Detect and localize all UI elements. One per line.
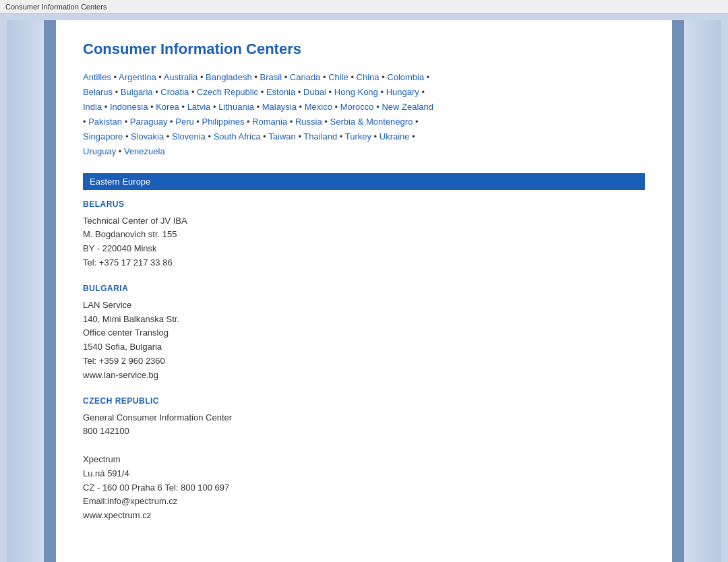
link-korea[interactable]: Korea xyxy=(156,102,179,112)
sep: • xyxy=(210,102,218,112)
link-venezuela[interactable]: Venezuela xyxy=(124,146,165,156)
sep: • xyxy=(153,87,161,97)
link-estonia[interactable]: Estonia xyxy=(266,87,295,97)
sep: • xyxy=(296,131,304,142)
title-bar-text: Consumer Information Centers xyxy=(5,3,107,11)
link-pakistan[interactable]: Pakistan xyxy=(88,117,122,127)
link-hong-kong[interactable]: Hong Kong xyxy=(334,87,378,97)
country-info-bulgaria: LAN Service 140, Mimi Balkanska Str. Off… xyxy=(83,299,645,383)
sep: • xyxy=(189,87,197,97)
link-bulgaria[interactable]: Bulgaria xyxy=(121,87,153,97)
link-singapore[interactable]: Singapore xyxy=(83,131,123,142)
country-block-belarus: BELARUS Technical Center of JV IBA M. Bo… xyxy=(83,199,645,270)
country-heading-czech: CZECH REPUBLIC xyxy=(83,396,645,406)
link-colombia[interactable]: Colombia xyxy=(387,72,424,82)
sep: • xyxy=(332,102,340,112)
link-croatia[interactable]: Croatia xyxy=(160,87,189,97)
main-layout: Consumer Information Centers Antilles • … xyxy=(0,13,728,562)
link-antilles[interactable]: Antilles xyxy=(83,72,111,82)
sep: • xyxy=(194,117,202,127)
country-heading-belarus: BELARUS xyxy=(83,199,645,209)
link-indonesia[interactable]: Indonesia xyxy=(110,102,148,112)
sep: • xyxy=(295,87,303,97)
link-argentina[interactable]: Argentina xyxy=(119,72,156,82)
link-chile[interactable]: Chile xyxy=(328,72,348,82)
link-mexico[interactable]: Mexico xyxy=(305,102,332,112)
section-header: Eastern Europe xyxy=(83,173,645,190)
inner-sidebar-right xyxy=(672,20,684,562)
link-australia[interactable]: Australia xyxy=(164,72,198,82)
link-thailand[interactable]: Thailand xyxy=(303,131,337,142)
sep: • xyxy=(374,102,382,112)
link-canada[interactable]: Canada xyxy=(290,72,321,82)
sep: • xyxy=(164,131,172,142)
country-block-bulgaria: BULGARIA LAN Service 140, Mimi Balkanska… xyxy=(83,284,645,383)
sep: • xyxy=(148,102,156,112)
sep: • xyxy=(156,72,164,82)
sep: • xyxy=(198,72,206,82)
link-new-zealand[interactable]: New Zealand xyxy=(382,102,433,112)
link-malaysia[interactable]: Malaysia xyxy=(262,102,297,112)
sep: • xyxy=(282,72,290,82)
page-content: Consumer Information Centers Antilles • … xyxy=(56,20,672,562)
link-paraguay[interactable]: Paraguay xyxy=(130,117,168,127)
link-peru[interactable]: Peru xyxy=(175,117,193,127)
title-bar: Consumer Information Centers xyxy=(0,0,728,13)
link-latvia[interactable]: Latvia xyxy=(187,102,211,112)
link-china[interactable]: China xyxy=(357,72,380,82)
sep: • xyxy=(113,87,121,97)
link-serbia[interactable]: Serbia & Montenegro xyxy=(330,117,413,127)
link-russia[interactable]: Russia xyxy=(295,117,322,127)
sidebar-left xyxy=(7,20,44,562)
link-belarus[interactable]: Belarus xyxy=(83,87,113,97)
link-taiwan[interactable]: Taiwan xyxy=(268,131,295,142)
sep: • xyxy=(116,146,124,156)
link-india[interactable]: India xyxy=(83,102,102,112)
sidebar-right xyxy=(684,20,721,562)
sep: • xyxy=(337,131,345,142)
country-heading-bulgaria: BULGARIA xyxy=(83,284,645,293)
sep: • xyxy=(179,102,187,112)
sep: • xyxy=(297,102,305,112)
sep: • xyxy=(413,117,418,127)
sep: • xyxy=(410,131,415,142)
content-wrapper: Consumer Information Centers Antilles • … xyxy=(44,20,684,562)
country-info-czech: General Consumer Information Center 800 … xyxy=(83,411,645,523)
inner-sidebar-left xyxy=(44,20,56,562)
link-bangladesh[interactable]: Bangladesh xyxy=(206,72,252,82)
links-section: Antilles • Argentina • Australia • Bangl… xyxy=(83,70,645,160)
sep: • xyxy=(320,72,328,82)
sep: • xyxy=(380,72,388,82)
link-morocco[interactable]: Morocco xyxy=(340,102,374,112)
link-uruguay[interactable]: Uruguay xyxy=(83,146,116,156)
sep: • xyxy=(322,117,330,127)
sep: • xyxy=(252,72,260,82)
sep: • xyxy=(419,87,425,97)
page-title: Consumer Information Centers xyxy=(83,40,645,58)
link-ukraine[interactable]: Ukraine xyxy=(380,131,410,142)
link-turkey[interactable]: Turkey xyxy=(345,131,371,142)
link-hungary[interactable]: Hungary xyxy=(386,87,419,97)
link-dubai[interactable]: Dubai xyxy=(303,87,326,97)
link-slovakia[interactable]: Slovakia xyxy=(131,131,164,142)
sep: • xyxy=(102,102,110,112)
link-slovenia[interactable]: Slovenia xyxy=(172,131,206,142)
sep: • xyxy=(123,131,131,142)
link-czech-republic[interactable]: Czech Republic xyxy=(197,87,258,97)
sep: • xyxy=(167,117,175,127)
sep: • xyxy=(111,72,119,82)
sep: • xyxy=(326,87,334,97)
sep: • xyxy=(348,72,357,82)
sep: • xyxy=(83,117,88,127)
link-philippines[interactable]: Philippines xyxy=(202,117,245,127)
country-info-belarus: Technical Center of JV IBA M. Bogdanovic… xyxy=(83,214,645,270)
sep: • xyxy=(371,131,380,142)
sep: • xyxy=(424,72,429,82)
link-lithuania[interactable]: Lithuania xyxy=(218,102,254,112)
sep: • xyxy=(261,131,269,142)
country-block-czech: CZECH REPUBLIC General Consumer Informat… xyxy=(83,396,645,523)
link-romania[interactable]: Romania xyxy=(252,117,287,127)
link-brasil[interactable]: Brasil xyxy=(260,72,282,82)
sep: • xyxy=(378,87,386,97)
link-south-africa[interactable]: South Africa xyxy=(214,131,261,142)
